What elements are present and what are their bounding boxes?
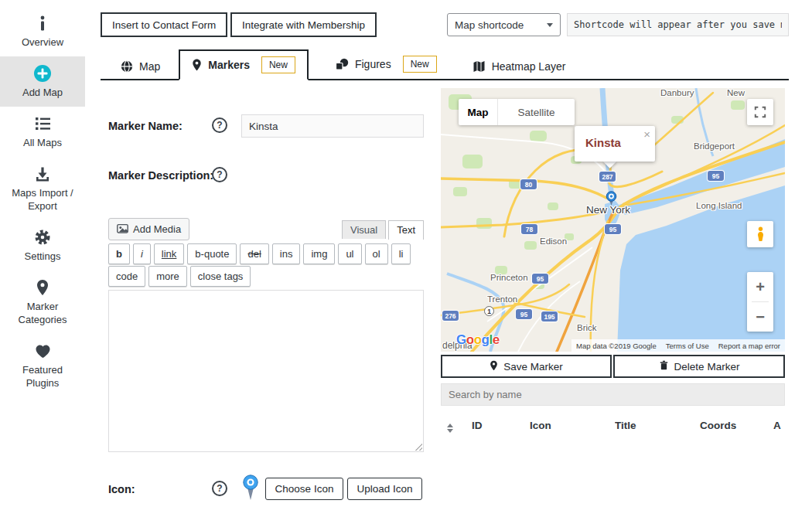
logo-letter: o <box>466 332 474 347</box>
tab-figures[interactable]: Figures New <box>326 49 446 79</box>
tab-markers[interactable]: Markers New <box>179 49 309 80</box>
figures-new-badge[interactable]: New <box>403 56 437 73</box>
qt-ins-button[interactable]: ins <box>272 243 301 264</box>
icon-help-icon[interactable]: ? <box>212 481 227 496</box>
sidebar-item-label: Overview <box>22 36 63 49</box>
infowindow-close-icon[interactable]: × <box>643 128 650 140</box>
qt-bold-button[interactable]: b <box>108 243 130 264</box>
qt-li-button[interactable]: li <box>391 243 411 264</box>
column-header-id[interactable]: ID <box>472 420 530 431</box>
chevron-down-icon <box>547 23 553 27</box>
trash-icon <box>659 360 669 373</box>
tab-markers-label: Markers <box>208 59 250 71</box>
map-marker[interactable] <box>605 191 618 209</box>
delete-marker-button[interactable]: Delete Marker <box>613 355 785 378</box>
map-town-label: Danbury <box>660 88 694 97</box>
insert-to-contact-form-button[interactable]: Insert to Contact Form <box>101 12 227 37</box>
qt-del-button[interactable]: del <box>240 243 268 264</box>
map-type-satellite-button[interactable]: Satellite <box>498 99 575 125</box>
map-shortcode-select[interactable]: Map shortcode <box>447 13 561 36</box>
column-header-coords[interactable]: Coords <box>700 420 773 431</box>
map-town-label: Edison <box>540 236 567 246</box>
upload-icon-button[interactable]: Upload Icon <box>347 478 422 500</box>
map-shortcode-select-value: Map shortcode <box>455 19 524 31</box>
sidebar-item-label: Marker Categories <box>5 300 80 326</box>
plugin-admin-page: Overview Add Map All Maps Maps Import / … <box>0 0 812 507</box>
tab-map[interactable]: Map <box>111 54 169 79</box>
delete-marker-label: Delete Marker <box>674 361 740 373</box>
terms-of-use-link[interactable]: Terms of Use <box>666 342 709 350</box>
marker-name-input[interactable] <box>241 114 424 138</box>
tab-heatmap-label: Heatmap Layer <box>492 60 566 73</box>
shapes-icon <box>335 58 349 70</box>
choose-icon-button[interactable]: Choose Icon <box>265 478 343 500</box>
shortcode-output-field[interactable] <box>567 13 789 36</box>
qt-closetags-button[interactable]: close tags <box>190 266 251 287</box>
zoom-out-button[interactable]: − <box>747 302 773 332</box>
column-header-title[interactable]: Title <box>615 420 700 431</box>
sidebar-item-label: Featured Plugins <box>5 363 80 390</box>
save-marker-button[interactable]: Save Marker <box>441 355 612 378</box>
map-town-label: Bridgeport <box>694 141 735 151</box>
column-header-actions[interactable]: A <box>773 420 789 431</box>
sort-icon[interactable] <box>441 418 472 433</box>
download-icon <box>35 165 50 183</box>
qt-ol-button[interactable]: ol <box>365 243 388 264</box>
sidebar-item-add-map[interactable]: Add Map <box>0 56 85 107</box>
route-shield: 287 <box>599 172 616 182</box>
editor-tab-text[interactable]: Text <box>388 220 424 240</box>
sidebar-item-all-maps[interactable]: All Maps <box>0 107 85 157</box>
marker-description-textarea[interactable] <box>108 290 424 452</box>
pegman-button[interactable] <box>747 221 773 247</box>
editor-tab-visual[interactable]: Visual <box>342 220 386 239</box>
sidebar-item-label: Add Map <box>22 86 63 99</box>
quicktags-row-1: b i link b-quote del ins img ul ol li <box>108 243 411 264</box>
marker-search-input[interactable] <box>441 383 785 406</box>
icon-label: Icon: <box>108 483 135 495</box>
choose-icon-label: Choose Icon <box>275 483 334 495</box>
markers-new-badge[interactable]: New <box>261 56 295 73</box>
marker-name-help-icon[interactable]: ? <box>212 117 227 133</box>
sidebar-item-marker-categories[interactable]: Marker Categories <box>0 271 85 334</box>
google-logo[interactable]: Google <box>456 332 500 348</box>
fullscreen-button[interactable] <box>747 99 773 125</box>
marker-description-help-icon[interactable]: ? <box>212 167 227 182</box>
report-map-error-link[interactable]: Report a map error <box>718 342 780 350</box>
integrate-with-membership-button[interactable]: Integrate with Membership <box>230 12 377 37</box>
map-attribution: Map data ©2019 Google Terms of Use Repor… <box>571 339 785 352</box>
zoom-control: + − <box>747 272 773 332</box>
save-marker-pin-icon <box>490 360 498 373</box>
qt-ul-button[interactable]: ul <box>338 243 361 264</box>
tab-heatmap-layer[interactable]: Heatmap Layer <box>463 54 575 79</box>
column-header-icon[interactable]: Icon <box>530 420 615 431</box>
tab-figures-label: Figures <box>355 58 391 70</box>
map-type-map-button[interactable]: Map <box>459 99 497 125</box>
qt-img-button[interactable]: img <box>303 243 335 264</box>
map-pin-icon <box>35 278 50 297</box>
tab-bar: Map Markers New Figures New Heatmap Laye… <box>101 51 789 80</box>
save-marker-label: Save Marker <box>503 361 563 373</box>
qt-blockquote-button[interactable]: b-quote <box>187 243 237 264</box>
sidebar-item-label: Settings <box>25 250 61 263</box>
sidebar-item-overview[interactable]: Overview <box>0 6 85 56</box>
logo-letter: o <box>474 332 482 347</box>
google-map[interactable]: Danbury New Bridgeport Long Island New Y… <box>441 88 785 352</box>
qt-more-button[interactable]: more <box>148 266 187 287</box>
editor-mode-switch: Visual Text <box>108 219 424 239</box>
map-town-label: Trenton <box>487 294 517 304</box>
quicktags-row-2: code more close tags <box>108 266 251 287</box>
sidebar-item-settings[interactable]: Settings <box>0 220 85 271</box>
sidebar-item-featured-plugins[interactable]: Featured Plugins <box>0 334 85 397</box>
pegman-icon <box>755 226 766 242</box>
fullscreen-icon <box>754 106 766 118</box>
zoom-in-button[interactable]: + <box>747 272 773 301</box>
logo-letter: e <box>493 332 500 347</box>
sidebar-item-import-export[interactable]: Maps Import / Export <box>0 157 85 220</box>
marker-pin-icon <box>192 59 202 71</box>
infowindow-title: Kinsta <box>585 136 621 149</box>
add-map-plus-icon <box>33 64 52 83</box>
qt-italic-button[interactable]: i <box>133 243 151 264</box>
qt-link-button[interactable]: link <box>154 243 185 264</box>
list-icon <box>35 114 51 133</box>
qt-code-button[interactable]: code <box>108 266 145 287</box>
